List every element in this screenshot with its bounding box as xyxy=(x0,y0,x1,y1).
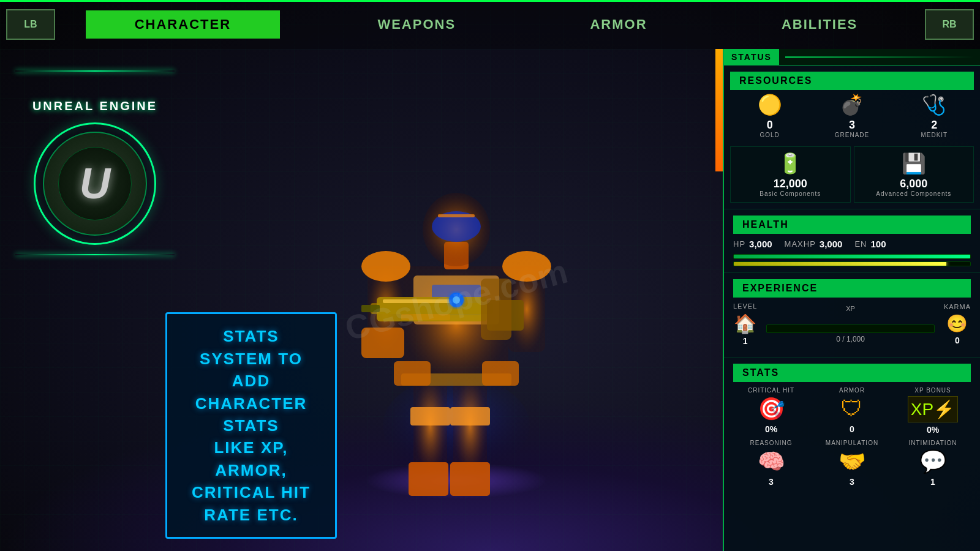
stat-intimidation: INTIMIDATION 💬 1 xyxy=(895,440,971,487)
hp-stat: HP 3,000 xyxy=(733,239,772,249)
karma-icon: 😊 xyxy=(946,313,968,334)
resources-header: RESOURCES xyxy=(730,72,974,90)
karma-col-label: KARMA xyxy=(944,303,971,310)
ue-logo-hex: U xyxy=(58,147,132,220)
reasoning-icon: 🧠 xyxy=(758,449,785,474)
xp-display: 0 / 1,000 xyxy=(766,335,935,343)
svg-rect-15 xyxy=(361,328,404,358)
grenade-value: 3 xyxy=(849,119,855,132)
manipulation-label: MANIPULATION xyxy=(826,440,878,446)
svg-rect-5 xyxy=(409,462,448,496)
svg-point-29 xyxy=(453,296,460,304)
level-col-label: LEVEL xyxy=(733,302,757,310)
char-body xyxy=(352,119,560,499)
hp-bar-fill xyxy=(734,255,970,258)
medkit-value: 2 xyxy=(931,119,937,132)
maxhp-stat: MAXHP 3,000 xyxy=(785,239,843,249)
stats-top-grid: CRITICAL HIT 🎯 0% ARMOR 🛡 0 XP BONUS XP⚡… xyxy=(733,387,971,435)
caption-line2: LIKE XP, ARMOR, CRITICAL HIT RATE ETC. xyxy=(192,438,311,523)
bottom-caption: STATS SYSTEM TO ADD CHARACTER STATS LIKE… xyxy=(165,312,337,539)
critical-hit-value: 0% xyxy=(765,424,777,434)
svg-rect-23 xyxy=(361,305,380,312)
ue-u-glyph: U xyxy=(80,162,111,205)
intimidation-label: INTIMIDATION xyxy=(908,440,957,446)
maxhp-key: MAXHP xyxy=(785,239,816,249)
en-value: 100 xyxy=(870,239,886,249)
gold-value: 0 xyxy=(767,119,773,132)
tab-abilities[interactable]: ABILITIES xyxy=(745,10,894,39)
advanced-components: 💾 6,000 Advanced Components xyxy=(854,146,974,203)
svg-rect-27 xyxy=(438,214,475,217)
svg-rect-21 xyxy=(383,299,456,303)
stat-xp-bonus: XP BONUS XP⚡ 0% xyxy=(895,387,971,435)
nav-top-line xyxy=(0,0,980,2)
armor-icon: 🛡 xyxy=(841,396,863,422)
grenade-icon: 💣 xyxy=(840,93,864,116)
nav-tabs: CHARACTER WEAPONS ARMOR ABILITIES xyxy=(55,0,925,49)
medkit-label: MEDKIT xyxy=(921,132,948,138)
advanced-components-label: Advanced Components xyxy=(876,190,951,197)
en-bar xyxy=(733,261,971,266)
components-grid: 🔋 12,000 Basic Components 💾 6,000 Advanc… xyxy=(730,146,974,203)
experience-section: EXPERIENCE LEVEL 🏠 1 XP 0 / 1,000 KARMA … xyxy=(724,272,980,357)
bottom-green-line xyxy=(15,254,175,255)
xp-bonus-icon: XP⚡ xyxy=(908,396,958,422)
tab-armor[interactable]: ARMOR xyxy=(553,10,684,39)
rb-button[interactable]: RB xyxy=(925,9,974,40)
top-green-line xyxy=(15,70,175,72)
xp-bonus-value: 0% xyxy=(927,425,939,435)
maxhp-value: 3,000 xyxy=(820,239,843,249)
xp-bar xyxy=(766,324,935,333)
gold-label: GOLD xyxy=(760,132,779,138)
hp-value: 3,000 xyxy=(749,239,772,249)
xp-bonus-label: XP BONUS xyxy=(914,387,951,394)
basic-components-value: 12,000 xyxy=(774,178,807,190)
manipulation-icon: 🤝 xyxy=(839,449,866,474)
stat-reasoning: REASONING 🧠 3 xyxy=(733,440,809,487)
left-panel: UNREAL ENGINE U xyxy=(0,49,190,551)
intimidation-value: 1 xyxy=(930,477,935,487)
en-key: EN xyxy=(854,239,867,249)
svg-point-17 xyxy=(502,251,551,282)
en-bar-fill xyxy=(734,262,946,266)
character-silhouette xyxy=(340,101,573,499)
level-col: LEVEL 🏠 1 xyxy=(733,302,757,346)
stat-armor: ARMOR 🛡 0 xyxy=(814,387,890,435)
xp-label: XP xyxy=(766,305,935,312)
armor-value: 0 xyxy=(850,424,854,434)
svg-rect-6 xyxy=(450,462,490,496)
svg-rect-12 xyxy=(482,361,519,386)
tab-character[interactable]: CHARACTER xyxy=(86,10,280,39)
karma-value: 0 xyxy=(955,335,960,345)
right-panel: STATUS RESOURCES 🟡 0 GOLD 💣 3 GRENADE 🩺 … xyxy=(723,49,980,551)
basic-components: 🔋 12,000 Basic Components xyxy=(730,146,851,203)
svg-rect-4 xyxy=(450,407,490,425)
basic-components-icon: 🔋 xyxy=(778,152,802,175)
resource-medkit: 🩺 2 MEDKIT xyxy=(895,90,974,141)
char-svg xyxy=(352,119,560,499)
level-icon: 🏠 xyxy=(734,313,756,334)
status-label: STATUS xyxy=(724,49,779,65)
caption-line1: STATS SYSTEM TO ADD CHARACTER STATS xyxy=(195,327,307,435)
engine-label: UNREAL ENGINE xyxy=(32,99,157,113)
manipulation-value: 3 xyxy=(850,477,854,487)
resources-section: RESOURCES 🟡 0 GOLD 💣 3 GRENADE 🩺 2 MEDKI… xyxy=(724,66,980,209)
tab-weapons[interactable]: WEAPONS xyxy=(341,10,492,39)
ue-logo-inner: U xyxy=(43,132,147,236)
karma-col: KARMA 😊 0 xyxy=(944,303,971,345)
advanced-components-icon: 💾 xyxy=(902,152,926,175)
lb-button[interactable]: LB xyxy=(6,9,55,40)
grenade-label: GRENADE xyxy=(835,132,869,138)
svg-rect-3 xyxy=(410,407,450,425)
en-stat: EN 100 xyxy=(854,239,886,249)
stat-manipulation: MANIPULATION 🤝 3 xyxy=(814,440,890,487)
armor-stat-label: ARMOR xyxy=(839,387,865,394)
hp-bar xyxy=(733,254,971,259)
stats-header: STATS xyxy=(733,364,971,382)
status-bar-line xyxy=(785,56,974,58)
resource-grenade: 💣 3 GRENADE xyxy=(812,90,891,141)
medkit-icon: 🩺 xyxy=(922,93,946,116)
health-section: HEALTH HP 3,000 MAXHP 3,000 EN 100 xyxy=(724,209,980,272)
caption-text: STATS SYSTEM TO ADD CHARACTER STATS LIKE… xyxy=(186,325,317,526)
top-nav: LB CHARACTER WEAPONS ARMOR ABILITIES RB xyxy=(0,0,980,49)
